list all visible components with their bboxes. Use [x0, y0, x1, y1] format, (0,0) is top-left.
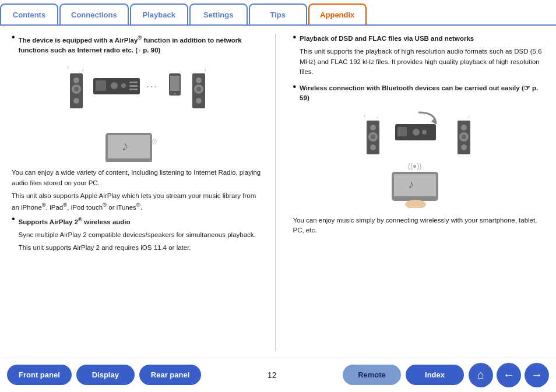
bt-speaker-right-icon: ♩	[453, 111, 474, 156]
svg-text:((●)): ((●))	[408, 162, 421, 170]
svg-point-22	[196, 98, 202, 104]
bt-arrow-icon	[389, 111, 448, 156]
airplay-tablet-icon: ♪ )))	[100, 115, 175, 162]
page-number: 12	[268, 370, 277, 380]
speaker-right-icon: ♩	[188, 63, 210, 110]
airplay-body1: You can enjoy a wide variety of content,…	[12, 168, 263, 188]
airplay2-body1: Sync multiple AirPlay 2 compatible devic…	[19, 230, 256, 240]
svg-rect-8	[96, 80, 106, 91]
svg-point-30	[370, 125, 376, 130]
forward-button[interactable]: →	[525, 363, 549, 387]
svg-point-10	[121, 83, 126, 88]
remote-button[interactable]: Remote	[343, 365, 401, 385]
airplay2-title: Supports AirPlay 2® wireless audio	[19, 216, 256, 227]
airplay-body2: This unit also supports Apple AirPlay wh…	[12, 191, 263, 213]
bullet-dot: •	[12, 33, 15, 58]
svg-text:♪: ♪	[122, 139, 128, 153]
amplifier-icon	[93, 76, 140, 97]
svg-rect-12	[129, 85, 138, 87]
tab-playback[interactable]: Playback	[130, 3, 188, 24]
index-button[interactable]: Index	[406, 365, 464, 385]
bt-title: Wireless connection with Bluetooth devic…	[300, 83, 544, 104]
svg-text:♩: ♩	[376, 114, 379, 119]
left-column: • The device is equipped with a AirPlay®…	[12, 34, 276, 351]
svg-rect-26	[108, 135, 150, 158]
wireless-waves-icon: ⋯	[146, 77, 162, 95]
speaker-left-icon: ♩ ♪	[65, 63, 87, 110]
svg-point-51	[405, 200, 426, 208]
svg-point-45	[461, 144, 467, 150]
bt-speaker-left-icon: ♩ ♪	[363, 111, 383, 156]
right-column: • Playback of DSD and FLAC files via USB…	[287, 34, 545, 351]
svg-point-42	[461, 125, 467, 130]
rear-panel-button[interactable]: Rear panel	[139, 365, 201, 385]
svg-point-1	[73, 77, 79, 83]
home-button[interactable]: ⌂	[469, 363, 493, 387]
top-nav: Contents Connections Playback Settings T…	[0, 0, 556, 26]
bullet-dot3: •	[293, 33, 297, 80]
svg-text:♩: ♩	[82, 66, 84, 72]
svg-rect-49	[394, 174, 436, 196]
bt-top-row: ♩ ♪	[363, 111, 474, 156]
svg-text:♩: ♩	[467, 114, 470, 119]
airplay-section: • The device is equipped with a AirPlay®…	[12, 34, 263, 58]
bottom-center: 12	[268, 370, 277, 380]
bullet-dot4: •	[293, 82, 297, 107]
svg-text:♩: ♩	[204, 66, 206, 72]
svg-point-4	[73, 98, 79, 104]
svg-text:♪: ♪	[66, 64, 69, 70]
svg-text:⋯: ⋯	[146, 80, 157, 93]
tab-contents[interactable]: Contents	[0, 3, 58, 24]
bottom-left-buttons: Front panel Display Rear panel	[7, 365, 201, 385]
dsd-section: • Playback of DSD and FLAC files via USB…	[293, 34, 545, 80]
back-button[interactable]: ←	[497, 363, 521, 387]
airplay-tablet-illustration: ♪ )))	[12, 115, 263, 162]
airplay2-section: • Supports AirPlay 2® wireless audio Syn…	[12, 216, 263, 256]
main-content: • The device is equipped with a AirPlay®…	[0, 26, 556, 357]
svg-point-17	[174, 93, 176, 95]
phone-icon	[168, 73, 182, 99]
svg-text:♪: ♪	[363, 113, 365, 118]
svg-point-3	[74, 87, 79, 91]
forward-icon: →	[531, 368, 543, 382]
tab-settings[interactable]: Settings	[189, 3, 248, 24]
bt-body: You can enjoy music simply by connecting…	[293, 216, 545, 236]
home-icon: ⌂	[477, 368, 484, 382]
svg-rect-37	[397, 127, 407, 136]
back-icon: ←	[503, 368, 515, 382]
svg-rect-16	[170, 76, 180, 91]
svg-rect-13	[129, 89, 138, 90]
display-button[interactable]: Display	[76, 365, 135, 385]
bt-section: • Wireless connection with Bluetooth dev…	[293, 83, 545, 107]
svg-point-9	[111, 82, 118, 89]
airplay-illustration: ♩ ♪ ⋯	[12, 63, 263, 110]
bullet-dot2: •	[12, 214, 15, 256]
bottom-nav: Front panel Display Rear panel 12 Remote…	[0, 357, 556, 392]
svg-rect-11	[129, 82, 138, 83]
airplay-title: The device is equipped with a AirPlay® f…	[19, 34, 263, 55]
icon-buttons: ⌂ ← →	[469, 363, 549, 387]
bluetooth-illustration: ♩ ♪	[293, 111, 545, 210]
svg-point-44	[462, 135, 466, 139]
svg-point-19	[196, 77, 202, 83]
tab-appendix[interactable]: Appendix	[308, 3, 367, 24]
svg-point-33	[370, 144, 376, 150]
bt-tablet-icon: ((●)) ♪	[383, 161, 453, 208]
dsd-title: Playback of DSD and FLAC files via USB a…	[300, 34, 544, 44]
dsd-body: This unit supports the playback of high …	[300, 47, 544, 77]
svg-point-38	[413, 129, 420, 136]
bottom-right-section: Remote Index ⌂ ← →	[343, 363, 549, 387]
tab-connections[interactable]: Connections	[59, 3, 129, 24]
svg-point-32	[371, 135, 375, 139]
bt-tablet-illustration: ((●)) ♪	[383, 161, 453, 210]
svg-text:♪: ♪	[408, 178, 414, 190]
airplay2-body2: This unit supports AirPlay 2 and require…	[19, 243, 256, 253]
svg-point-39	[422, 130, 427, 135]
tab-tips[interactable]: Tips	[249, 3, 307, 24]
svg-text:))): )))	[151, 138, 157, 144]
front-panel-button[interactable]: Front panel	[7, 365, 72, 385]
svg-point-21	[196, 87, 201, 91]
